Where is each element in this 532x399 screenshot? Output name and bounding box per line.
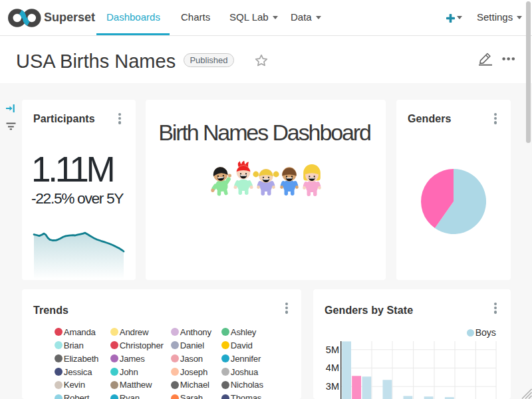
svg-text:5M: 5M [326, 344, 339, 355]
svg-text:4M: 4M [326, 362, 339, 373]
svg-text:3M: 3M [326, 381, 339, 392]
